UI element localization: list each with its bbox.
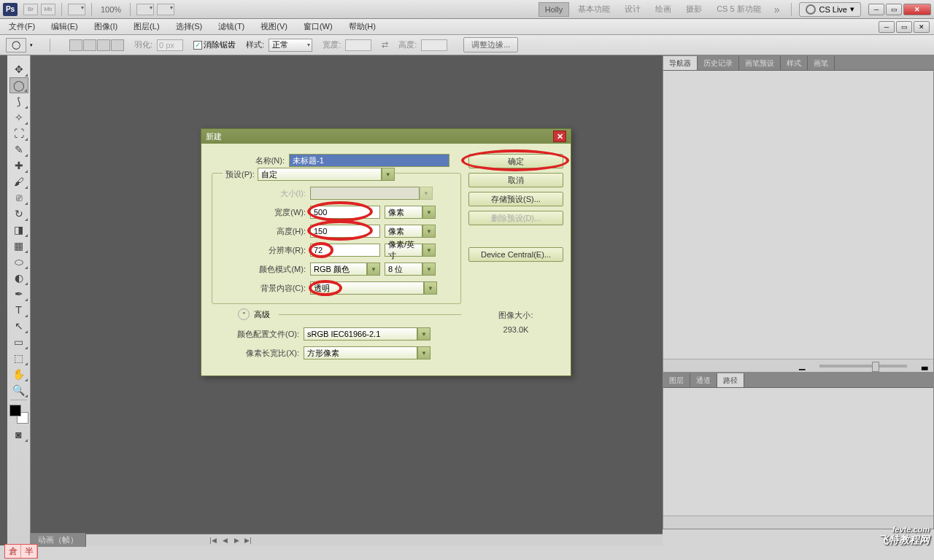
- zoom-slider[interactable]: [819, 365, 907, 368]
- advanced-label[interactable]: 高级: [254, 309, 270, 320]
- ok-button[interactable]: 确定: [468, 154, 563, 168]
- profile-btn[interactable]: ▼: [417, 327, 431, 341]
- eraser-tool-icon[interactable]: ◨: [9, 222, 28, 238]
- mode-btn[interactable]: ▼: [367, 262, 380, 276]
- profile-dropdown[interactable]: sRGB IEC61966-2.1: [304, 327, 417, 341]
- height-input[interactable]: [310, 225, 380, 238]
- menu-view[interactable]: 视图(V): [256, 20, 292, 34]
- lasso-tool-icon[interactable]: ⟆: [9, 93, 28, 109]
- tool-preset-picker[interactable]: ◯: [6, 38, 26, 52]
- pen-tool-icon[interactable]: ✒: [9, 286, 28, 302]
- zoom-out-icon[interactable]: ▁: [799, 361, 805, 370]
- workspace-tab-photo[interactable]: 摄影: [680, 1, 708, 17]
- menu-help[interactable]: 帮助(H): [344, 20, 380, 34]
- timeline-tab[interactable]: 动画（帧）: [31, 533, 86, 547]
- marquee-intersect-icon[interactable]: [111, 39, 124, 51]
- 3d-tool-icon[interactable]: ⬚: [9, 350, 28, 366]
- heal-tool-icon[interactable]: ✚: [9, 158, 28, 174]
- cslive-button[interactable]: CS Live ▾: [799, 2, 861, 17]
- path-tool-icon[interactable]: ↖: [9, 318, 28, 334]
- tab-brushpreset[interactable]: 画笔预设: [739, 56, 781, 70]
- bit-btn[interactable]: ▼: [422, 262, 436, 276]
- preset-dropdown[interactable]: 自定: [258, 168, 382, 181]
- tab-channels[interactable]: 通道: [690, 373, 717, 387]
- opt-width-input[interactable]: [345, 39, 371, 51]
- ime-toolbar[interactable]: 倉 半: [4, 544, 38, 559]
- tab-navigator[interactable]: 导航器: [663, 56, 698, 70]
- refine-edge-button[interactable]: 调整边缘...: [463, 37, 518, 52]
- marquee-tool-icon[interactable]: ◯: [9, 77, 28, 93]
- type-tool-icon[interactable]: T: [9, 302, 28, 318]
- shape-tool-icon[interactable]: ▭: [9, 334, 28, 350]
- menu-file[interactable]: 文件(F): [4, 20, 39, 34]
- aspect-dropdown[interactable]: 方形像素: [304, 346, 417, 359]
- style-dropdown[interactable]: 正常: [269, 39, 312, 52]
- opt-height-input[interactable]: [421, 39, 447, 51]
- workspace-tab-cs5new[interactable]: CS 5 新功能: [711, 1, 767, 17]
- minibridge-icon[interactable]: Mb: [41, 4, 55, 15]
- marquee-new-icon[interactable]: [69, 39, 82, 51]
- width-unit-btn[interactable]: ▼: [422, 206, 436, 219]
- doc-close-button[interactable]: ✕: [914, 21, 930, 33]
- history-brush-tool-icon[interactable]: ↻: [9, 206, 28, 222]
- workspace-tab-painting[interactable]: 绘画: [649, 1, 677, 17]
- marquee-subtract-icon[interactable]: [97, 39, 110, 51]
- tab-styles[interactable]: 样式: [781, 56, 808, 70]
- frame-play-icon[interactable]: ▶: [231, 535, 242, 545]
- advanced-toggle-icon[interactable]: ⌃: [238, 308, 250, 320]
- device-central-button[interactable]: Device Central(E)...: [468, 247, 563, 262]
- color-swatches[interactable]: [9, 405, 28, 424]
- menu-image[interactable]: 图像(I): [90, 20, 122, 34]
- tab-history[interactable]: 历史记录: [698, 56, 739, 70]
- cancel-button[interactable]: 取消: [468, 173, 563, 187]
- ime-btn-2[interactable]: 半: [21, 545, 37, 558]
- stamp-tool-icon[interactable]: ⎚: [9, 190, 28, 206]
- bit-dropdown[interactable]: 8 位: [385, 262, 422, 276]
- dialog-titlebar[interactable]: 新建 ✕: [201, 129, 571, 144]
- bg-btn[interactable]: ▼: [424, 281, 437, 295]
- minimize-button[interactable]: ─: [868, 4, 884, 15]
- tab-brushes[interactable]: 画笔: [808, 56, 835, 70]
- doc-restore-button[interactable]: ▭: [896, 21, 912, 33]
- preset-dropdown-btn[interactable]: ▼: [382, 168, 395, 181]
- wand-tool-icon[interactable]: ✧: [9, 109, 28, 125]
- close-button[interactable]: ✕: [903, 4, 931, 15]
- marquee-add-icon[interactable]: [83, 39, 96, 51]
- view-extras-dropdown[interactable]: [136, 4, 154, 15]
- mode-dropdown[interactable]: RGB 颜色: [310, 262, 367, 276]
- dialog-close-button[interactable]: ✕: [553, 131, 566, 142]
- blur-tool-icon[interactable]: ⬭: [9, 254, 28, 270]
- res-unit-dropdown[interactable]: 像素/英寸: [385, 244, 422, 257]
- name-input[interactable]: [289, 154, 449, 167]
- dodge-tool-icon[interactable]: ◐: [9, 270, 28, 286]
- workspace-more-icon[interactable]: »: [774, 4, 780, 15]
- brush-tool-icon[interactable]: 🖌: [9, 174, 28, 190]
- res-unit-btn[interactable]: ▼: [422, 244, 436, 257]
- frame-next-icon[interactable]: ▶|: [242, 535, 254, 545]
- zoom-in-icon[interactable]: ▃: [922, 361, 927, 370]
- swap-icon[interactable]: ⇄: [382, 40, 388, 50]
- aspect-btn[interactable]: ▼: [417, 346, 431, 359]
- res-input[interactable]: [310, 244, 380, 257]
- menu-edit[interactable]: 编辑(E): [47, 20, 82, 34]
- frame-first-icon[interactable]: |◀: [207, 535, 219, 545]
- width-input[interactable]: [310, 206, 380, 219]
- width-unit-dropdown[interactable]: 像素: [385, 206, 422, 219]
- bg-dropdown[interactable]: 透明: [310, 281, 424, 295]
- ime-btn-1[interactable]: 倉: [5, 545, 21, 558]
- height-unit-dropdown[interactable]: 像素: [385, 225, 422, 238]
- screen-mode-dropdown[interactable]: [157, 4, 174, 15]
- tab-layers[interactable]: 图层: [663, 373, 690, 387]
- hand-tool-icon[interactable]: ✋: [9, 366, 28, 382]
- zoom-tool-icon[interactable]: 🔍: [9, 382, 28, 398]
- menu-layer[interactable]: 图层(L): [129, 20, 163, 34]
- move-tool-icon[interactable]: ✥: [9, 61, 28, 77]
- workspace-tab-essentials[interactable]: 基本功能: [572, 1, 616, 17]
- height-unit-btn[interactable]: ▼: [422, 225, 436, 238]
- feather-input[interactable]: [157, 39, 183, 51]
- bridge-icon[interactable]: Br: [23, 4, 38, 15]
- menu-select[interactable]: 选择(S): [171, 20, 207, 34]
- maximize-button[interactable]: ▭: [886, 4, 902, 15]
- crop-tool-icon[interactable]: ⛶: [9, 125, 28, 141]
- workspace-tab-holly[interactable]: Holly: [539, 2, 569, 17]
